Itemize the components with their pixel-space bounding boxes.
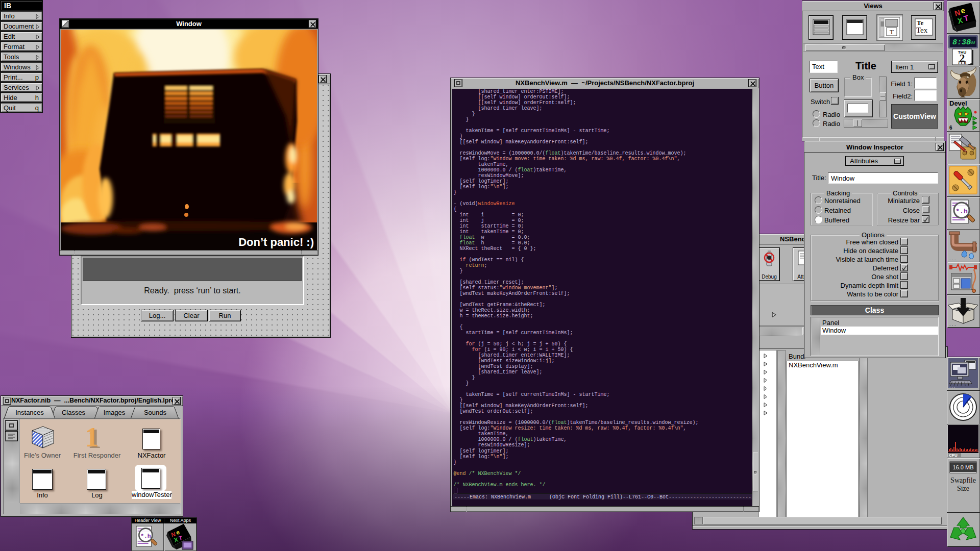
svg-text:Devel: Devel xyxy=(949,99,967,107)
svg-text:6: 6 xyxy=(949,125,952,131)
svg-text:. . .: . . . xyxy=(949,256,956,261)
svg-text:. . .: . . . xyxy=(949,321,956,327)
svg-text:Te: Te xyxy=(917,19,923,27)
svg-text:. . .: . . . xyxy=(949,384,955,389)
svg-text:*.h: *.h xyxy=(140,533,151,539)
svg-text:Size: Size xyxy=(957,485,969,492)
svg-text:T: T xyxy=(890,28,894,36)
svg-text:FEB: FEB xyxy=(958,61,967,65)
svg-text:Classes: Classes xyxy=(62,409,86,416)
svg-text:Don’t panic! :): Don’t panic! :) xyxy=(238,236,314,248)
svg-text:1: 1 xyxy=(85,422,99,452)
svg-text:16.0 MB: 16.0 MB xyxy=(953,464,974,470)
svg-text:Sounds: Sounds xyxy=(144,409,167,416)
svg-text:*.h: *.h xyxy=(955,208,968,215)
svg-text:Instances: Instances xyxy=(15,409,44,416)
svg-text:AM: AM xyxy=(969,41,975,44)
svg-text:8:38: 8:38 xyxy=(952,38,971,47)
svg-text:Images: Images xyxy=(104,409,126,416)
svg-text:Swapfile: Swapfile xyxy=(950,477,976,484)
svg-text:Tex: Tex xyxy=(916,26,928,34)
svg-text:CPU: CPU xyxy=(949,453,958,457)
